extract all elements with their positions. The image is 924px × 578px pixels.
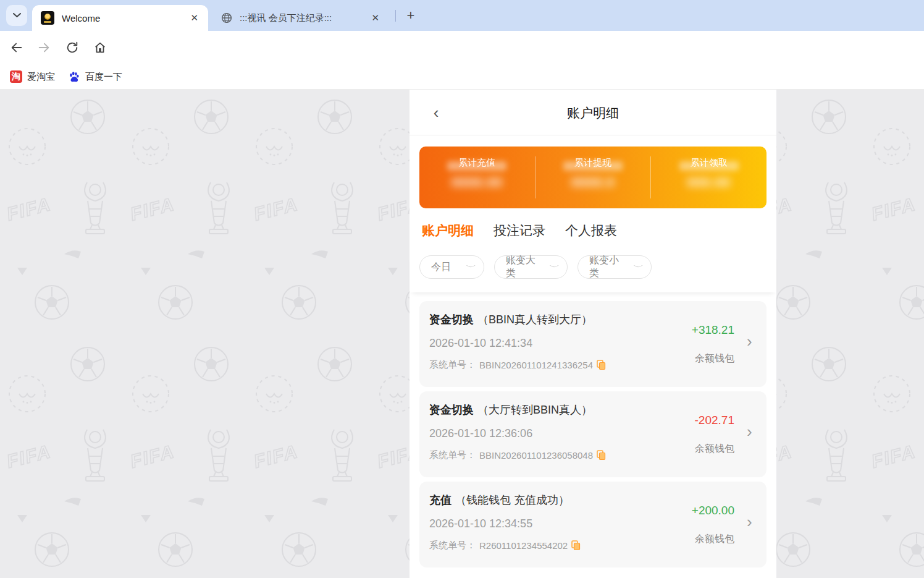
bookmark-taobao[interactable]: 淘 爱淘宝 xyxy=(10,69,55,85)
transaction-detail: （钱能钱包 充值成功） xyxy=(455,494,569,506)
section-tabs: 账户明细 投注记录 个人报表 xyxy=(410,208,776,253)
transaction-time: 2026-01-10 12:36:06 xyxy=(429,427,766,440)
filter-label: 今日 xyxy=(431,261,451,274)
transaction-type: 充值 xyxy=(429,494,452,506)
order-label: 系统单号： xyxy=(429,540,476,551)
home-icon xyxy=(93,41,107,54)
forward-arrow-icon xyxy=(37,41,51,54)
bookmark-label: 百度一下 xyxy=(85,71,122,83)
reload-button[interactable] xyxy=(63,38,82,57)
order-number: R2601101234554202 xyxy=(479,540,568,551)
baidu-paw-icon xyxy=(68,70,80,83)
chevron-down-icon: ﹀ xyxy=(634,262,644,273)
redaction-blur xyxy=(679,161,739,171)
transaction-time: 2026-01-10 12:34:55 xyxy=(429,517,766,530)
transaction-amount: -202.71 xyxy=(695,414,734,427)
transaction-amount: +200.00 xyxy=(692,504,734,517)
transaction-type: 资金切换 xyxy=(429,404,474,416)
summary-value-blurred: 888.88 xyxy=(651,175,766,190)
transaction-detail: （大厅转到BBIN真人） xyxy=(477,404,592,416)
tab-bet-records[interactable]: 投注记录 xyxy=(494,222,545,253)
back-button[interactable] xyxy=(7,38,26,57)
back-arrow-icon xyxy=(10,41,23,54)
transaction-row[interactable]: 充值（钱能钱包 充值成功） 2026-01-10 12:34:55 系统单号： … xyxy=(419,482,766,567)
site-logo-icon xyxy=(41,11,54,25)
wallet-label: 余额钱包 xyxy=(695,352,734,365)
redaction-blur xyxy=(447,161,506,171)
chevron-down-icon: ﹀ xyxy=(466,262,477,273)
chevron-right-icon[interactable]: › xyxy=(747,333,755,349)
summary-value-blurred: 8888.8 xyxy=(536,175,651,190)
chevron-right-icon[interactable]: › xyxy=(747,514,755,530)
browser-tab-welcome[interactable]: Welcome ✕ xyxy=(32,5,208,31)
order-label: 系统单号： xyxy=(429,359,476,371)
filter-label: 账变大类 xyxy=(506,254,540,280)
browser-tab-strip: Welcome ✕ :::视讯 会员下注纪录::: ✕ + xyxy=(0,0,924,31)
filter-label: 账变小类 xyxy=(589,254,624,280)
home-button[interactable] xyxy=(91,38,109,57)
bookmark-baidu[interactable]: 百度一下 xyxy=(68,69,122,85)
chevron-down-icon xyxy=(13,13,21,18)
filter-minor-category-dropdown[interactable]: 账变小类 ﹀ xyxy=(578,255,652,279)
wallet-label: 余额钱包 xyxy=(695,443,734,456)
order-number: BBIN202601101236058048 xyxy=(479,450,593,461)
taobao-icon: 淘 xyxy=(10,70,22,83)
transaction-list: 资金切换（BBIN真人转到大厅） 2026-01-10 12:41:34 系统单… xyxy=(410,292,776,567)
transaction-row[interactable]: 资金切换（BBIN真人转到大厅） 2026-01-10 12:41:34 系统单… xyxy=(419,301,766,387)
forward-button[interactable] xyxy=(35,38,53,57)
transaction-time: 2026-01-10 12:41:34 xyxy=(429,337,766,350)
chevron-right-icon[interactable]: › xyxy=(747,423,755,440)
transaction-detail: （BBIN真人转到大厅） xyxy=(477,313,592,326)
transaction-row[interactable]: 资金切换（大厅转到BBIN真人） 2026-01-10 12:36:06 系统单… xyxy=(419,391,766,477)
copy-icon[interactable] xyxy=(597,360,606,370)
globe-icon xyxy=(221,12,232,23)
summary-withdraw: 累计提现 8888.8 xyxy=(536,147,651,208)
redaction-blur xyxy=(563,161,623,171)
bookmarks-bar: 淘 爱淘宝 百度一下 xyxy=(0,64,924,90)
transaction-amount: +318.21 xyxy=(692,323,734,337)
browser-tab-records[interactable]: :::视讯 会员下注纪录::: ✕ xyxy=(215,5,388,31)
tab-search-button[interactable] xyxy=(6,5,27,26)
bookmark-label: 爱淘宝 xyxy=(27,71,55,83)
close-icon[interactable]: ✕ xyxy=(188,11,201,25)
tab-title: :::视讯 会员下注纪录::: xyxy=(240,12,369,24)
wallet-label: 余额钱包 xyxy=(695,533,734,546)
summary-card: 累计充值 8888.88 累计提现 8888.8 累计领取 888.88 xyxy=(419,147,766,208)
filter-bar: 今日 ﹀ 账变大类 ﹀ 账变小类 ﹀ xyxy=(410,253,776,292)
chevron-down-icon: ﹀ xyxy=(550,262,560,273)
copy-icon[interactable] xyxy=(571,540,581,551)
browser-toolbar: ld48.com/reports/index?tab=0 xyxy=(0,31,924,64)
tab-personal-report[interactable]: 个人报表 xyxy=(565,222,617,253)
tab-title: Welcome xyxy=(62,13,188,23)
reload-icon xyxy=(65,41,79,54)
page-background: FIFA ‹ 账户明细 累计充值 8888.88 累计提现 888 xyxy=(0,90,924,578)
filter-date-dropdown[interactable]: 今日 ﹀ xyxy=(419,255,484,279)
account-detail-panel: ‹ 账户明细 累计充值 8888.88 累计提现 8888.8 累计领取 888… xyxy=(410,90,776,578)
transaction-type: 资金切换 xyxy=(429,313,474,326)
order-number: BBIN202601101241336254 xyxy=(479,360,593,370)
tab-account-detail[interactable]: 账户明细 xyxy=(422,222,474,253)
copy-icon[interactable] xyxy=(597,450,606,461)
panel-header: ‹ 账户明细 xyxy=(410,90,776,135)
page-title: 账户明细 xyxy=(410,104,776,122)
filter-major-category-dropdown[interactable]: 账变大类 ﹀ xyxy=(494,255,568,279)
tab-separator xyxy=(395,10,396,22)
summary-deposit: 累计充值 8888.88 xyxy=(419,147,535,208)
summary-claim: 累计领取 888.88 xyxy=(651,147,766,208)
summary-value-blurred: 8888.88 xyxy=(419,175,535,190)
new-tab-button[interactable]: + xyxy=(401,6,420,25)
close-icon[interactable]: ✕ xyxy=(369,11,382,25)
order-label: 系统单号： xyxy=(429,449,476,461)
